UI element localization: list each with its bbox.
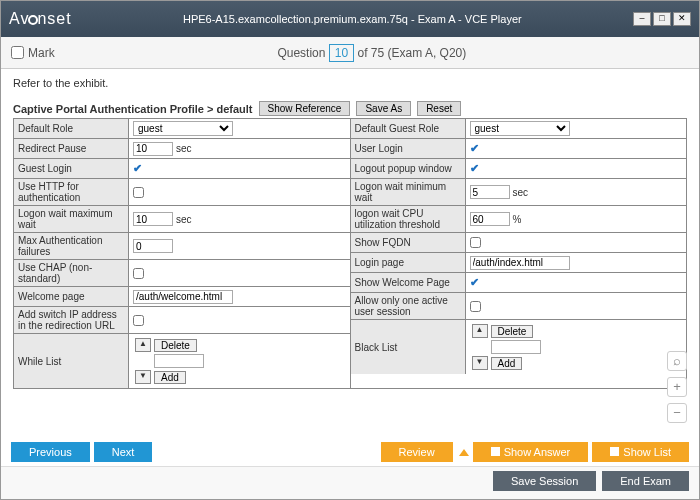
config-input[interactable] <box>133 290 233 304</box>
save-as-button[interactable]: Save As <box>356 101 411 116</box>
list-up-button[interactable]: ▲ <box>472 324 488 338</box>
previous-button[interactable]: Previous <box>11 442 90 462</box>
end-exam-button[interactable]: End Exam <box>602 471 689 491</box>
list-add-button[interactable]: Add <box>491 357 523 370</box>
config-value: guest <box>129 119 350 138</box>
config-value: ▲Delete▼Add <box>466 320 687 374</box>
config-label: Show FQDN <box>351 233 466 252</box>
review-button[interactable]: Review <box>381 442 453 462</box>
config-checkbox[interactable] <box>133 187 144 198</box>
config-label: Welcome page <box>14 287 129 306</box>
config-row: Show Welcome Page✔ <box>351 273 687 293</box>
zoom-in-button[interactable]: + <box>667 377 687 397</box>
zoom-search-icon[interactable]: ⌕ <box>667 351 687 371</box>
config-label: Redirect Pause <box>14 139 129 158</box>
close-button[interactable]: ✕ <box>673 12 691 26</box>
window-controls: – □ ✕ <box>633 12 691 26</box>
checkbox-checked-icon[interactable]: ✔ <box>470 276 479 289</box>
config-row: Add switch IP address in the redirection… <box>14 307 350 334</box>
config-value <box>129 307 350 333</box>
exhibit-text: Refer to the exhibit. <box>13 77 687 89</box>
mark-checkbox[interactable] <box>11 46 24 59</box>
config-row: User Login✔ <box>351 139 687 159</box>
config-select[interactable]: guest <box>470 121 570 136</box>
config-row: Default Roleguest <box>14 119 350 139</box>
config-select[interactable]: guest <box>133 121 233 136</box>
config-row: Welcome page <box>14 287 350 307</box>
checkbox-checked-icon[interactable]: ✔ <box>470 162 479 175</box>
config-input[interactable] <box>133 142 173 156</box>
show-answer-button[interactable]: Show Answer <box>473 442 589 462</box>
config-value <box>129 179 350 205</box>
config-row: Use CHAP (non-standard) <box>14 260 350 287</box>
show-list-button[interactable]: Show List <box>592 442 689 462</box>
list-input[interactable] <box>491 340 541 354</box>
list-add-button[interactable]: Add <box>154 371 186 384</box>
config-checkbox[interactable] <box>133 315 144 326</box>
config-value: guest <box>466 119 687 138</box>
config-input[interactable] <box>470 185 510 199</box>
config-row: Use HTTP for authentication <box>14 179 350 206</box>
config-table: Default RoleguestRedirect PausesecGuest … <box>13 118 687 389</box>
config-input[interactable] <box>133 212 173 226</box>
list-delete-button[interactable]: Delete <box>491 325 534 338</box>
config-label: While List <box>14 334 129 388</box>
question-number: 10 <box>329 44 354 62</box>
unit-label: sec <box>513 187 529 198</box>
config-row: Redirect Pausesec <box>14 139 350 159</box>
list-delete-button[interactable]: Delete <box>154 339 197 352</box>
reset-button[interactable]: Reset <box>417 101 461 116</box>
config-row: Login page <box>351 253 687 273</box>
config-right-column: Default Guest RoleguestUser Login✔Logout… <box>351 119 687 388</box>
config-row: Logout popup window✔ <box>351 159 687 179</box>
config-row: Default Guest Roleguest <box>351 119 687 139</box>
show-reference-button[interactable]: Show Reference <box>259 101 351 116</box>
config-row: Logon wait maximum waitsec <box>14 206 350 233</box>
config-label: Guest Login <box>14 159 129 178</box>
checkbox-checked-icon[interactable]: ✔ <box>133 162 142 175</box>
config-label: Allow only one active user session <box>351 293 466 319</box>
config-row: Max Authentication failures <box>14 233 350 260</box>
maximize-button[interactable]: □ <box>653 12 671 26</box>
checkbox-checked-icon[interactable]: ✔ <box>470 142 479 155</box>
config-input[interactable] <box>133 239 173 253</box>
config-input[interactable] <box>470 256 570 270</box>
next-button[interactable]: Next <box>94 442 153 462</box>
config-row: While List▲Delete▼Add <box>14 334 350 388</box>
config-label: Logon wait maximum wait <box>14 206 129 232</box>
config-value: ✔ <box>466 159 687 178</box>
list-up-button[interactable]: ▲ <box>135 338 151 352</box>
config-label: Default Guest Role <box>351 119 466 138</box>
zoom-out-button[interactable]: − <box>667 403 687 423</box>
save-session-button[interactable]: Save Session <box>493 471 596 491</box>
review-arrow-icon[interactable] <box>459 449 469 456</box>
config-row: Logon wait minimum waitsec <box>351 179 687 206</box>
config-label: logon wait CPU utilization threshold <box>351 206 466 232</box>
config-value: ✔ <box>466 273 687 292</box>
titlebar: Avnset HPE6-A15.examcollection.premium.e… <box>1 1 699 37</box>
config-row: Show FQDN <box>351 233 687 253</box>
config-input[interactable] <box>470 212 510 226</box>
config-row: logon wait CPU utilization threshold% <box>351 206 687 233</box>
config-label: User Login <box>351 139 466 158</box>
config-value: % <box>466 206 687 232</box>
config-label: Logout popup window <box>351 159 466 178</box>
config-checkbox[interactable] <box>133 268 144 279</box>
config-value <box>129 287 350 306</box>
unit-label: sec <box>176 143 192 154</box>
config-checkbox[interactable] <box>470 237 481 248</box>
config-value <box>466 253 687 272</box>
list-down-button[interactable]: ▼ <box>472 356 488 370</box>
question-indicator: Question 10 of 75 (Exam A, Q20) <box>55 44 689 62</box>
config-value: sec <box>466 179 687 205</box>
bottom-bar: Previous Next Review Show Answer Show Li… <box>1 438 699 499</box>
config-checkbox[interactable] <box>470 301 481 312</box>
side-tools: ⌕ + − <box>667 351 687 423</box>
list-input[interactable] <box>154 354 204 368</box>
config-value <box>129 233 350 259</box>
config-row: Black List▲Delete▼Add <box>351 320 687 374</box>
minimize-button[interactable]: – <box>633 12 651 26</box>
config-label: Use CHAP (non-standard) <box>14 260 129 286</box>
list-down-button[interactable]: ▼ <box>135 370 151 384</box>
config-label: Max Authentication failures <box>14 233 129 259</box>
